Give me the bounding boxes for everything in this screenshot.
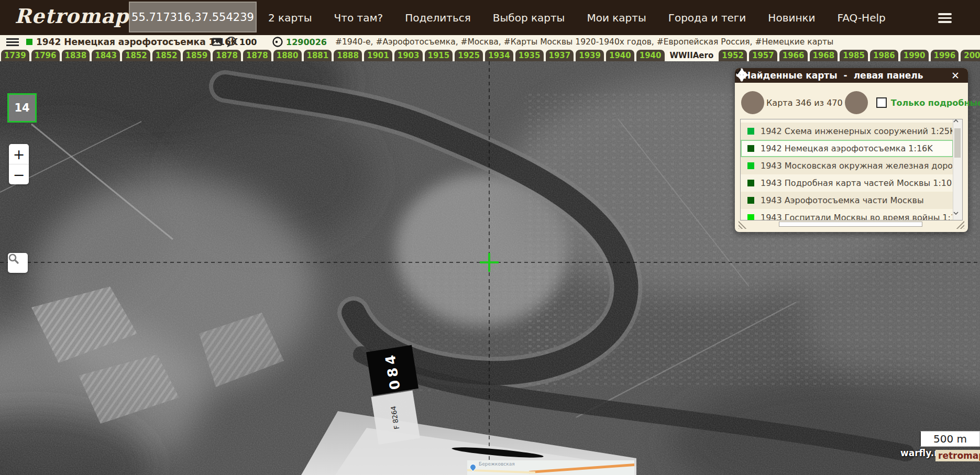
views-count: 1290026 — [286, 35, 327, 49]
map-list-item-label: 1943 Госпитали Москвы во время войны 1:1… — [761, 213, 953, 220]
year-tab[interactable]: 1878 — [213, 50, 241, 61]
layer-color-marker — [747, 145, 754, 152]
year-tabs-bar: 1739 1796 1838 1843 1852 1852 1859 1878 … — [0, 49, 980, 61]
map-list-item[interactable]: 1943 Подробная карта частей Москвы 1:10K — [741, 174, 953, 192]
zoom-level-indicator: 14 — [7, 93, 37, 123]
top-menu: 2 карты Что там? Поделиться Выбор карты … — [268, 0, 886, 35]
panel-horizontal-scrollbar[interactable] — [779, 222, 922, 227]
year-tab[interactable]: 1939 — [576, 50, 604, 61]
magnifier-icon — [8, 253, 19, 264]
year-tab[interactable]: 1903 — [394, 50, 423, 61]
year-tab[interactable]: 1957 — [749, 50, 777, 61]
year-tab[interactable]: 1915 — [425, 50, 453, 61]
layer-color-marker — [747, 180, 754, 186]
year-tab[interactable]: 2001 — [961, 50, 980, 61]
inset-modern-map[interactable]: Бережковская — [467, 460, 634, 475]
map-list-item[interactable]: 1943 Аэрофотосъемка части Москвы — [741, 192, 953, 209]
scroll-up-icon[interactable] — [953, 119, 962, 128]
previous-map-button[interactable] — [741, 91, 764, 114]
map-list-item-label: 1943 Подробная карта частей Москвы 1:10K — [761, 178, 953, 188]
map-tags[interactable]: #1940-е, #Аэрофотосъемка, #Москва, #Карт… — [335, 35, 833, 49]
year-tab[interactable]: 1935 — [515, 50, 544, 61]
views-eye-icon — [272, 35, 283, 49]
year-tab[interactable]: 1925 — [455, 50, 483, 61]
map-viewport[interactable]: 084 F 8264 14 + − — [0, 61, 980, 475]
year-tab[interactable]: 1852 — [152, 50, 181, 61]
year-tab[interactable]: 1990 — [900, 50, 929, 61]
top-header-bar: Retromap 55.717316,37.554239 2 карты Что… — [0, 0, 980, 35]
map-list: 1942 Схема инженерных сооружений 1:25K 1… — [740, 119, 963, 220]
panel-header[interactable]: Найденные карты - левая панель ✕ — [735, 68, 968, 83]
year-tab[interactable]: 1968 — [810, 50, 838, 61]
next-map-button[interactable] — [845, 91, 868, 114]
year-tab[interactable]: 1859 — [183, 50, 211, 61]
year-tab[interactable]: 1796 — [31, 50, 60, 61]
retromap-app: Retromap 55.717316,37.554239 2 карты Что… — [0, 0, 980, 475]
map-list-item-label: 1942 Немецкая аэрофотосъемка 1:16K — [761, 143, 933, 153]
retromap-watermark-link[interactable]: retromap.ru — [935, 450, 980, 461]
detailed-only-checkbox[interactable] — [876, 97, 887, 108]
active-layer-marker — [26, 35, 32, 49]
year-tab[interactable]: 1880 — [273, 50, 302, 61]
menu-item[interactable]: Поделиться — [405, 12, 471, 24]
menu-item[interactable]: Новинки — [768, 12, 815, 24]
layers-menu-icon[interactable] — [6, 35, 19, 49]
year-tab[interactable]: 1852 — [122, 50, 150, 61]
minimap-road — [529, 463, 634, 473]
zoom-box-button[interactable] — [8, 253, 28, 273]
coordinates-input[interactable]: 55.717316,37.554239 — [129, 2, 257, 32]
panel-subtitle: левая панель — [854, 70, 923, 81]
year-tab[interactable]: 1878 — [243, 50, 271, 61]
panel-resize-handle-right[interactable] — [955, 220, 964, 229]
layer-color-marker — [747, 162, 754, 169]
year-tab[interactable]: 1952 — [719, 50, 747, 61]
year-tab[interactable]: 1901 — [364, 50, 392, 61]
year-tab[interactable]: 1937 — [546, 50, 574, 61]
zoom-control: + − — [9, 144, 29, 184]
year-tab[interactable]: 1986 — [870, 50, 898, 61]
map-list-item[interactable]: 1942 Схема инженерных сооружений 1:25K — [741, 123, 953, 140]
menu-item[interactable]: Города и теги — [668, 12, 746, 24]
map-list-item[interactable]: 1943 Госпитали Москвы во время войны 1:1… — [741, 209, 953, 220]
image-preview-icon[interactable] — [212, 35, 222, 49]
menu-item[interactable]: FAQ-Help — [838, 12, 886, 24]
year-tab[interactable]: 1996 — [931, 50, 959, 61]
scroll-down-icon[interactable] — [953, 212, 962, 220]
map-list-item[interactable]: 1942 Немецкая аэрофотосъемка 1:16K — [741, 140, 953, 157]
scrollbar-thumb[interactable] — [954, 128, 961, 158]
year-tab[interactable]: 1966 — [779, 50, 808, 61]
year-tab[interactable]: 1843 — [92, 50, 120, 61]
year-tab[interactable]: 1881 — [304, 50, 332, 61]
menu-item[interactable]: Выбор карты — [493, 12, 565, 24]
year-tab[interactable]: WWIIAero — [667, 50, 717, 61]
minimap-street-label: Бережковская — [479, 461, 515, 467]
year-tab[interactable]: 1838 — [62, 50, 90, 61]
comments-count[interactable]: 100 — [239, 35, 257, 49]
year-tab[interactable]: 1985 — [840, 50, 868, 61]
year-tab[interactable]: 1888 — [334, 50, 362, 61]
list-scrollbar[interactable] — [953, 119, 962, 220]
zoom-in-button[interactable]: + — [9, 144, 29, 164]
layer-color-marker — [747, 128, 754, 135]
year-tab[interactable]: 1934 — [485, 50, 513, 61]
layer-color-marker — [747, 197, 754, 204]
menu-item[interactable]: Мои карты — [587, 12, 646, 24]
close-icon[interactable]: ✕ — [951, 71, 960, 81]
comments-icon[interactable] — [226, 35, 237, 49]
detailed-only-label[interactable]: Только подробные — [891, 98, 980, 108]
map-list-item-label: 1942 Схема инженерных сооружений 1:25K — [761, 126, 953, 136]
year-tab[interactable]: 1940 — [636, 50, 665, 61]
map-list-item-label: 1943 Аэрофотосъемка части Москвы — [761, 195, 924, 205]
retromap-logo[interactable]: Retromap — [15, 4, 129, 28]
found-maps-panel: Найденные карты - левая панель ✕ Карта 3… — [735, 68, 968, 232]
panel-resize-handle-left[interactable] — [739, 220, 747, 229]
hamburger-menu-icon[interactable] — [938, 13, 952, 25]
year-tab[interactable]: 1739 — [1, 50, 29, 61]
zoom-out-button[interactable]: − — [9, 164, 29, 184]
map-list-item[interactable]: 1943 Московская окружная железная дорога — [741, 157, 953, 174]
menu-item[interactable]: Что там? — [334, 12, 383, 24]
panel-title-separator: - — [844, 70, 847, 81]
year-tab[interactable]: 1940 — [606, 50, 634, 61]
menu-item[interactable]: 2 карты — [268, 12, 312, 24]
checkbox-checked-icon — [735, 68, 742, 75]
